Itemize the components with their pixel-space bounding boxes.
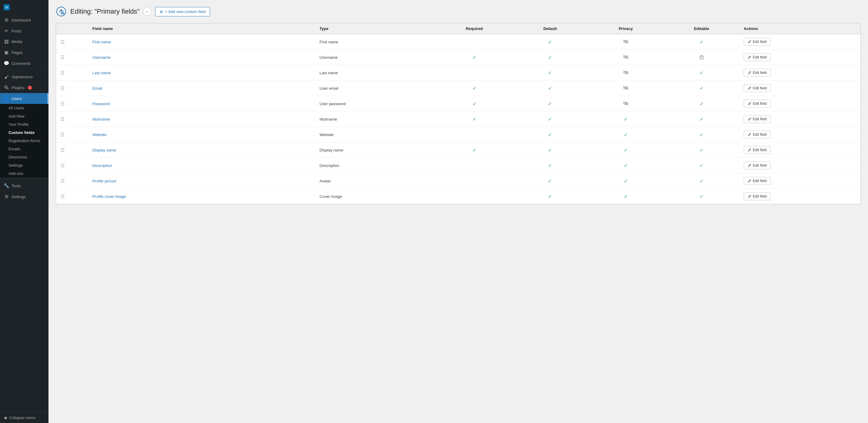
- sidebar-nav-media[interactable]: 🖼 Media: [0, 36, 49, 47]
- sidebar-item-directories[interactable]: Directories: [0, 153, 49, 161]
- edit-field-button[interactable]: Edit field: [744, 192, 771, 200]
- drag-handle[interactable]: ☰: [60, 70, 65, 75]
- edit-field-button[interactable]: Edit field: [744, 84, 771, 92]
- check-icon: ✓: [472, 117, 476, 122]
- field-default: ✓: [512, 189, 588, 204]
- appearance-icon: 🖌: [4, 74, 9, 79]
- add-icon: ⊕: [160, 9, 163, 14]
- table-row: ☰Profile cover imageCover Image✓✓✓ Edit …: [56, 189, 861, 204]
- sidebar-nav-dashboard[interactable]: ⊞ Dashboard: [0, 14, 49, 26]
- col-header-actions: Actions: [740, 23, 861, 34]
- field-editable: ✓: [664, 189, 740, 204]
- drag-handle[interactable]: ☰: [60, 39, 65, 44]
- field-name-link[interactable]: First name: [92, 40, 111, 44]
- field-name-link[interactable]: Description: [92, 163, 112, 168]
- drag-handle[interactable]: ☰: [60, 194, 65, 199]
- table-row: ☰Last nameLast name✓ ✓ Edit field: [56, 65, 861, 80]
- sidebar-nav-posts[interactable]: ✏ Posts: [0, 26, 49, 36]
- sidebar-nav-comments[interactable]: 💬 Comments: [0, 58, 49, 69]
- check-icon: ✓: [548, 117, 552, 122]
- sidebar: W ⊞ Dashboard ✏ Posts 🖼 Media ▣ Pages 💬 …: [0, 0, 49, 423]
- field-actions: Edit field: [740, 158, 861, 173]
- field-type: User password: [315, 96, 436, 111]
- edit-field-button[interactable]: Edit field: [744, 53, 771, 61]
- eye-slash-icon: [623, 86, 628, 91]
- field-type: Display name: [315, 142, 436, 158]
- collapse-menu[interactable]: ◀ Collapse menu: [0, 412, 49, 423]
- field-name-link[interactable]: Profile cover image: [92, 194, 126, 199]
- edit-field-button[interactable]: Edit field: [744, 69, 771, 77]
- sidebar-item-settings[interactable]: Settings: [0, 161, 49, 169]
- field-privacy: ✓: [588, 158, 664, 173]
- field-privacy: [588, 80, 664, 96]
- field-type: Cover Image: [315, 189, 436, 204]
- check-icon: ✓: [548, 55, 552, 60]
- edit-icon: [748, 56, 751, 59]
- sidebar-item-add-ons[interactable]: Add-ons: [0, 169, 49, 177]
- table-row: ☰DescriptionDescription✓✓✓ Edit field: [56, 158, 861, 173]
- drag-handle[interactable]: ☰: [60, 132, 65, 137]
- sidebar-nav-appearance[interactable]: 🖌 Appearance: [0, 71, 49, 82]
- field-name-link[interactable]: Display name: [92, 148, 116, 153]
- check-icon: ✓: [548, 70, 552, 75]
- edit-field-button[interactable]: Edit field: [744, 146, 771, 154]
- field-default: ✓: [512, 80, 588, 96]
- sidebar-item-add-new[interactable]: Add New: [0, 112, 49, 120]
- field-privacy: [588, 96, 664, 111]
- field-name-link[interactable]: Username: [92, 55, 111, 60]
- drag-handle[interactable]: ☰: [60, 86, 65, 91]
- drag-handle[interactable]: ☰: [60, 148, 65, 153]
- drag-handle[interactable]: ☰: [60, 55, 65, 60]
- check-icon: ✓: [472, 86, 476, 91]
- collapse-label: Collapse menu: [9, 416, 35, 420]
- add-custom-field-button[interactable]: ⊕ + Add new custom field: [155, 7, 210, 17]
- back-button[interactable]: ←: [143, 7, 152, 16]
- field-name-link[interactable]: Nickname: [92, 117, 110, 122]
- edit-field-button[interactable]: Edit field: [744, 162, 771, 169]
- drag-handle[interactable]: ☰: [60, 101, 65, 106]
- col-header-default: Default: [512, 23, 588, 34]
- users-subnav: All Users Add New Your Profile Custom fi…: [0, 104, 49, 177]
- sidebar-nav-users[interactable]: 👤 Users: [0, 93, 49, 104]
- field-name-link[interactable]: Email: [92, 86, 102, 91]
- table-row: ☰NicknameNickname✓✓✓✓ Edit field: [56, 111, 861, 127]
- sidebar-nav-label: Tools: [11, 184, 21, 188]
- field-type: Username: [315, 50, 436, 65]
- sidebar-nav-plugins[interactable]: 🔌 Plugins 2: [0, 82, 49, 93]
- edit-icon: [748, 117, 751, 121]
- field-editable: ✓: [664, 34, 740, 50]
- drag-handle[interactable]: ☰: [60, 163, 65, 168]
- check-icon: ✓: [472, 101, 476, 106]
- sidebar-item-your-profile[interactable]: Your Profile: [0, 120, 49, 128]
- edit-field-button[interactable]: Edit field: [744, 177, 771, 185]
- drag-handle[interactable]: ☰: [60, 178, 65, 184]
- sidebar-item-emails[interactable]: Emails: [0, 145, 49, 153]
- field-editable: ✓: [664, 80, 740, 96]
- edit-field-button[interactable]: Edit field: [744, 115, 771, 123]
- drag-handle[interactable]: ☰: [60, 117, 65, 122]
- sidebar-item-all-users[interactable]: All Users: [0, 104, 49, 112]
- field-editable: ✓: [664, 127, 740, 142]
- field-name-link[interactable]: Password: [92, 101, 110, 106]
- edit-field-button[interactable]: Edit field: [744, 131, 771, 138]
- sidebar-item-custom-fields[interactable]: Custom fields: [0, 128, 49, 137]
- field-privacy: ✓: [588, 142, 664, 158]
- sidebar-nav-pages[interactable]: ▣ Pages: [0, 47, 49, 58]
- check-icon: ✓: [548, 163, 552, 168]
- sidebar-nav-tools[interactable]: 🔧 Tools: [0, 180, 49, 191]
- col-header-editable: Editable: [664, 23, 740, 34]
- field-editable: ✓: [664, 158, 740, 173]
- comments-icon: 💬: [4, 61, 9, 66]
- sidebar-nav-settings[interactable]: ⚙ Settings: [0, 191, 49, 202]
- check-icon: ✓: [548, 86, 552, 91]
- field-actions: Edit field: [740, 142, 861, 158]
- field-name-link[interactable]: Website: [92, 132, 107, 137]
- eye-slash-icon: [623, 70, 628, 75]
- edit-field-button[interactable]: Edit field: [744, 38, 771, 46]
- field-name-link[interactable]: Last name: [92, 71, 111, 75]
- sidebar-item-registration-forms[interactable]: Registration forms: [0, 137, 49, 145]
- edit-field-button[interactable]: Edit field: [744, 100, 771, 107]
- field-default: ✓: [512, 127, 588, 142]
- field-name-link[interactable]: Profile picture: [92, 179, 116, 183]
- field-type: Description: [315, 158, 436, 173]
